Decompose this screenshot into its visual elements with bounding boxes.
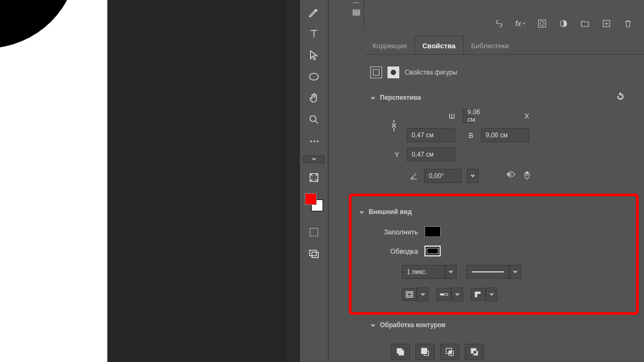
appearance-highlight: Внешний вид Заполнить Обводка 1 пикс. [349, 194, 639, 315]
svg-rect-13 [406, 292, 413, 298]
pathop-intersect[interactable] [440, 344, 459, 360]
hand-tool[interactable] [305, 90, 323, 106]
chevron-down-icon [359, 209, 364, 215]
y-field[interactable]: 0,47 см [407, 147, 455, 161]
pathop-exclude[interactable] [465, 344, 484, 360]
stroke-row: Обводка [375, 241, 628, 261]
tools-toolbar [299, 0, 328, 362]
x-field[interactable]: 0,47 см [407, 128, 455, 142]
trash-icon[interactable] [623, 18, 633, 29]
section-pathops-label: Обработка контуров [380, 321, 445, 329]
x-label: X [481, 112, 529, 120]
stroke-label: Обводка [375, 247, 418, 255]
quick-mask-tool[interactable] [305, 224, 323, 240]
properties-header: Свойства фигуры [367, 59, 633, 86]
stroke-width-dropdown[interactable] [445, 265, 457, 279]
path-selection-tool[interactable] [305, 47, 323, 63]
svg-rect-6 [353, 10, 360, 11]
fx-icon[interactable]: fx [515, 18, 526, 29]
color-swatches[interactable] [305, 193, 323, 211]
angle-dropdown[interactable] [467, 169, 479, 183]
svg-rect-5 [312, 252, 318, 257]
shape-circle[interactable] [0, 0, 78, 48]
pen-tool[interactable] [305, 4, 323, 20]
chevron-down-icon [370, 322, 376, 328]
stroke-align-dropdown[interactable] [417, 287, 429, 301]
layer-action-icons: fx [494, 18, 633, 29]
height-field[interactable]: 9,06 см [481, 128, 529, 142]
fill-row: Заполнить [375, 222, 628, 241]
layer-mask-icon[interactable] [537, 18, 547, 29]
fill-color-swatch[interactable] [425, 226, 441, 237]
stroke-controls: 1 пикс. [375, 261, 628, 283]
angle-row: 0,00° [367, 161, 633, 190]
stroke-align-button[interactable] [402, 288, 417, 301]
fill-label: Заполнить [375, 228, 418, 236]
canvas-area[interactable] [0, 0, 284, 362]
properties-title: Свойства фигуры [405, 69, 457, 76]
adjustment-layer-icon[interactable] [558, 18, 569, 29]
svg-rect-4 [310, 250, 317, 256]
svg-point-1 [310, 116, 316, 122]
y-label: Y [389, 151, 399, 159]
svg-rect-14 [407, 293, 411, 295]
document-canvas[interactable] [0, 0, 107, 362]
stroke-align-row [375, 283, 628, 301]
dimensions-grid: Ш 9,06 см X 0,47 см В 9,06 см Y 0,47 см [367, 109, 633, 161]
stroke-corners-dropdown[interactable] [486, 287, 497, 301]
height-label: В [463, 131, 473, 139]
tab-correction[interactable]: Коррекция [365, 36, 414, 55]
screen-mode-tool[interactable] [305, 246, 323, 262]
reset-icon[interactable] [616, 92, 625, 102]
tab-properties[interactable]: Свойства [414, 36, 464, 55]
svg-rect-15 [440, 293, 444, 295]
pathop-unite[interactable] [391, 344, 410, 360]
pathop-subtract[interactable] [415, 344, 435, 360]
svg-point-0 [310, 73, 319, 80]
section-pathops-header[interactable]: Обработка контуров [367, 315, 633, 335]
flip-vertical-icon[interactable] [523, 170, 531, 182]
tab-libraries[interactable]: Библиотеки [464, 36, 516, 55]
svg-point-10 [540, 21, 544, 26]
section-perspective-label: Перспектива [380, 94, 421, 101]
link-layers-icon[interactable] [494, 18, 504, 29]
panel-tabs: Коррекция Свойства Библиотеки [365, 36, 516, 55]
section-appearance-label: Внешний вид [369, 208, 412, 216]
width-label: Ш [407, 112, 455, 120]
live-shape-icon [370, 67, 382, 78]
svg-rect-8 [353, 14, 360, 15]
stroke-width-field[interactable]: 1 пикс. [402, 265, 445, 279]
collapsed-panel-strip [349, 0, 364, 31]
angle-icon [409, 171, 419, 181]
flip-horizontal-icon[interactable] [506, 170, 516, 182]
mask-badge-icon [387, 67, 399, 78]
section-perspective-header[interactable]: Перспектива [367, 86, 633, 109]
folder-icon[interactable] [580, 18, 590, 29]
stroke-style-preview[interactable] [466, 265, 509, 279]
type-tool[interactable] [305, 26, 323, 42]
more-tools[interactable] [305, 133, 323, 149]
collapsed-panel-icon[interactable] [350, 6, 362, 18]
toolbar-collapse[interactable] [303, 156, 325, 163]
stroke-caps-button[interactable] [436, 288, 451, 301]
zoom-tool[interactable] [305, 112, 323, 128]
svg-rect-7 [353, 12, 360, 13]
new-layer-icon[interactable] [601, 18, 612, 29]
panel-divider [284, 0, 285, 362]
section-appearance-header[interactable]: Внешний вид [359, 202, 628, 222]
angle-field[interactable]: 0,00° [424, 169, 462, 183]
pathops-section [367, 335, 633, 362]
svg-rect-16 [444, 293, 448, 295]
stroke-caps-dropdown[interactable] [451, 287, 463, 301]
stroke-color-swatch[interactable] [425, 246, 441, 256]
ellipse-tool[interactable] [305, 69, 323, 85]
width-field[interactable]: 9,06 см [463, 109, 473, 123]
chevron-down-icon [370, 95, 376, 100]
svg-rect-3 [310, 228, 318, 237]
edit-toolbar[interactable] [305, 169, 323, 186]
link-dimensions-icon[interactable] [389, 118, 399, 133]
stroke-style-dropdown[interactable] [509, 265, 521, 279]
foreground-color-swatch[interactable] [305, 193, 317, 205]
properties-panel: Свойства фигуры Перспектива Ш 9,06 см X … [367, 59, 633, 362]
stroke-corners-button[interactable] [471, 288, 486, 301]
